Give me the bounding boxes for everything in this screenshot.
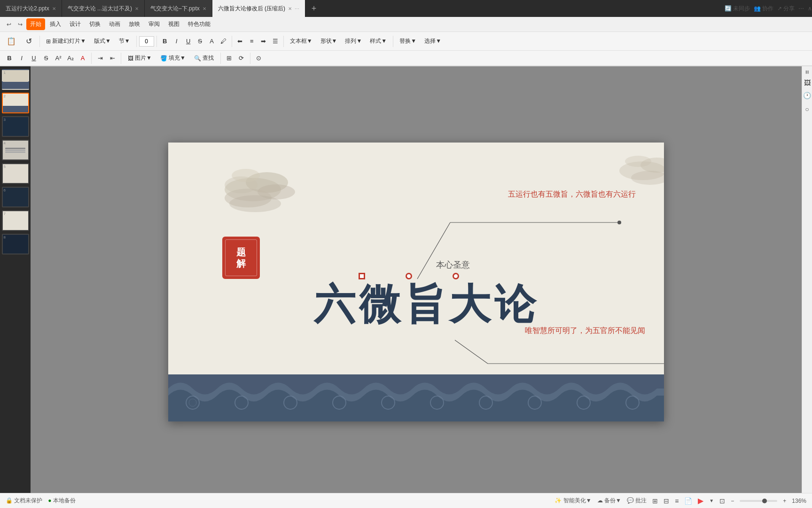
new-slide-button[interactable]: ⊞ 新建幻灯片▼	[42, 35, 90, 47]
toolbar-row2: B I U S A² A₂ A ⇥ ⇤ 🖼 图片▼ 🪣 填充▼ 🔍 查找 ⊞ ⟳…	[0, 51, 812, 66]
slide-thumb-3[interactable]: 3	[2, 116, 29, 137]
tab-4-close[interactable]: ✕	[288, 6, 292, 11]
tab-review[interactable]: 审阅	[145, 18, 164, 30]
shape-button[interactable]: 形状▼	[317, 35, 341, 47]
zoom-level[interactable]: 136%	[792, 498, 806, 504]
tab-1[interactable]: 五运行大论2.pptx ✕	[0, 0, 62, 17]
tab-transition[interactable]: 切换	[86, 18, 104, 30]
bold-button[interactable]: B	[159, 36, 171, 47]
align-center-button[interactable]: ≡	[246, 36, 258, 47]
add-tab-button[interactable]: +	[305, 0, 322, 17]
fit-button[interactable]: ⊡	[719, 497, 725, 505]
slideshow-button[interactable]: ▶	[698, 496, 703, 505]
underline-button[interactable]: U	[183, 36, 194, 47]
tab-animation[interactable]: 动画	[105, 18, 124, 30]
more-button[interactable]: ⋯	[798, 5, 804, 12]
backup-icon: ●	[48, 497, 51, 504]
arrange-button[interactable]: 排列▼	[341, 35, 366, 47]
right-panel-icon1[interactable]: ≡	[804, 70, 811, 74]
font-color-button[interactable]: A	[206, 36, 218, 47]
increase-indent[interactable]: ⇥	[94, 53, 106, 64]
align-left-button[interactable]: ⬅	[234, 36, 246, 47]
fill-button[interactable]: 🪣 填充▼	[156, 52, 189, 64]
sep9	[220, 53, 221, 64]
justify-button[interactable]: ☰	[270, 36, 281, 47]
view-notes[interactable]: 📄	[684, 497, 692, 505]
view-normal[interactable]: ⊞	[652, 497, 658, 505]
style-button[interactable]: 样式▼	[366, 35, 390, 47]
wheel-button[interactable]: ⊙	[253, 53, 265, 64]
zoom-thumb[interactable]	[762, 499, 767, 503]
zoom-plus[interactable]: +	[783, 498, 786, 504]
search-button[interactable]: 🔍 查找	[190, 52, 218, 64]
share-button[interactable]: ↗ 分享	[777, 5, 795, 13]
tab-2-close[interactable]: ✕	[135, 6, 139, 11]
view-grid[interactable]: ⊟	[664, 497, 669, 505]
slide-thumb-5[interactable]: 5	[2, 163, 29, 184]
tab-slideshow[interactable]: 放映	[125, 18, 144, 30]
textbox-button[interactable]: 文本框▼	[286, 35, 316, 47]
highlight-button[interactable]: 🖊	[218, 36, 229, 47]
redo-button[interactable]: ↪	[15, 19, 25, 30]
tab-view[interactable]: 视图	[164, 18, 183, 30]
layout-button[interactable]: 版式▼	[90, 35, 115, 47]
reset-btn[interactable]: ↺	[20, 35, 37, 48]
align-right-button[interactable]: ➡	[258, 36, 269, 47]
paste-group[interactable]: 📋	[3, 35, 20, 48]
grid-button[interactable]: ⊞	[224, 53, 235, 64]
statusbar: 🔒 文档未保护 ● 本地备份 ✨ 智能美化▼ ☁ 备份▼ 💬 批注 ⊞ ⊟ ≡ …	[0, 493, 812, 508]
underline2-button[interactable]: U	[28, 53, 39, 64]
tab-insert[interactable]: 插入	[46, 18, 65, 30]
doc-protect: 🔒 文档未保护	[6, 497, 42, 505]
right-panel-icon2[interactable]: 🖼	[804, 79, 811, 86]
select-button[interactable]: 选择▼	[421, 35, 445, 47]
tab-special[interactable]: 特色功能	[184, 18, 214, 30]
italic-button[interactable]: I	[171, 36, 182, 47]
super-button[interactable]: A²	[53, 53, 64, 64]
tab-2[interactable]: 气交变大论 ...运太过不及) ✕	[62, 0, 145, 17]
comment-button[interactable]: 💬 批注	[627, 497, 647, 505]
slide-thumb-4[interactable]: 4	[2, 140, 29, 160]
canvas-area[interactable]: 题 解 五运行也有五微旨，六微旨也有六运行 本心圣意	[31, 66, 802, 497]
slide-thumb-1[interactable]: 1	[2, 69, 29, 90]
sync-button[interactable]: 🔄 未同步	[725, 5, 750, 13]
bottom-quote: 唯智慧所可明了，为五官所不能见闻	[525, 326, 645, 336]
tab-1-label: 五运行大论2.pptx	[6, 5, 49, 13]
view-outline[interactable]: ≡	[675, 497, 679, 505]
smart-beauty-button[interactable]: ✨ 智能美化▼	[554, 497, 591, 505]
collab-icon: 👥	[754, 5, 761, 12]
tab-start[interactable]: 开始	[26, 18, 45, 30]
slide-thumb-7[interactable]: 7	[2, 210, 29, 231]
slideshow-dropdown[interactable]: ▼	[709, 498, 714, 503]
ribbon: ↩ ↪ 开始 插入 设计 切换 动画 放映 审阅 视图 特色功能 📋 ↺ ⊞ 新…	[0, 17, 812, 66]
bold2-button[interactable]: B	[4, 53, 15, 64]
right-panel-icon4[interactable]: ○	[804, 105, 811, 113]
slide-thumb-8[interactable]: 8	[2, 234, 29, 254]
backup-button[interactable]: ☁ 备份▼	[597, 497, 621, 505]
zoom-minus[interactable]: −	[731, 498, 734, 504]
font-color2-button[interactable]: A	[77, 53, 88, 64]
tab-design[interactable]: 设计	[66, 18, 85, 30]
tab-1-close[interactable]: ✕	[52, 6, 56, 11]
font-size-input[interactable]	[139, 36, 154, 47]
strike2-button[interactable]: S	[40, 53, 52, 64]
tab-3-close[interactable]: ✕	[203, 6, 206, 11]
slide-thumb-2[interactable]: 2	[2, 93, 29, 113]
tab-4[interactable]: 六微旨大论修改后 (压缩后) ✕ ⋯	[212, 0, 305, 17]
zoom-slider[interactable]	[740, 500, 777, 502]
italic2-button[interactable]: I	[16, 53, 27, 64]
collab-button[interactable]: 👥 协作	[754, 5, 773, 13]
strikethrough-button[interactable]: S	[195, 36, 206, 47]
rotate-button[interactable]: ⟳	[236, 53, 247, 64]
right-panel-icon3[interactable]: 🕐	[804, 92, 811, 100]
undo-button[interactable]: ↩	[4, 19, 14, 30]
decrease-indent[interactable]: ⇤	[107, 53, 118, 64]
search-icon: 🔍	[194, 55, 201, 62]
slide-thumb-6[interactable]: 6	[2, 187, 29, 207]
replace-button[interactable]: 替换▼	[396, 35, 420, 47]
sub-button[interactable]: A₂	[65, 53, 76, 64]
tab-3[interactable]: 气交变大论–下.pptx ✕	[145, 0, 212, 17]
section-button[interactable]: 节▼	[115, 35, 134, 47]
minimize-button[interactable]: ∧	[808, 5, 812, 12]
image-button[interactable]: 🖼 图片▼	[124, 52, 156, 64]
